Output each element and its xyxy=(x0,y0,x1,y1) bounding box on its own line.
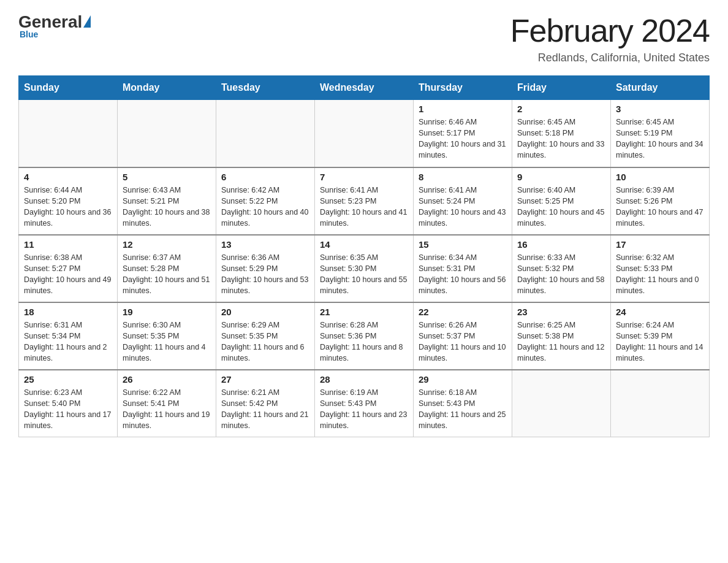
logo-triangle-icon xyxy=(83,15,91,28)
calendar-cell: 12Sunrise: 6:37 AMSunset: 5:28 PMDayligh… xyxy=(118,235,216,302)
day-header-friday: Friday xyxy=(512,76,611,100)
day-info: Sunrise: 6:28 AMSunset: 5:36 PMDaylight:… xyxy=(320,320,408,364)
day-number: 27 xyxy=(221,374,309,385)
day-info: Sunrise: 6:21 AMSunset: 5:42 PMDaylight:… xyxy=(221,387,309,432)
day-number: 28 xyxy=(320,374,408,385)
calendar-cell: 3Sunrise: 6:45 AMSunset: 5:19 PMDaylight… xyxy=(611,100,710,167)
day-info: Sunrise: 6:25 AMSunset: 5:38 PMDaylight:… xyxy=(517,320,605,364)
day-info: Sunrise: 6:45 AMSunset: 5:18 PMDaylight:… xyxy=(517,117,605,161)
calendar-cell xyxy=(315,100,414,167)
day-number: 12 xyxy=(123,239,211,250)
day-header-thursday: Thursday xyxy=(414,76,512,100)
day-number: 5 xyxy=(123,172,211,182)
calendar-cell: 17Sunrise: 6:32 AMSunset: 5:33 PMDayligh… xyxy=(611,235,710,302)
day-number: 24 xyxy=(616,307,704,317)
day-info: Sunrise: 6:45 AMSunset: 5:19 PMDaylight:… xyxy=(616,117,704,161)
day-number: 15 xyxy=(419,239,507,250)
day-info: Sunrise: 6:32 AMSunset: 5:33 PMDaylight:… xyxy=(616,252,704,297)
day-number: 6 xyxy=(221,172,309,182)
day-number: 4 xyxy=(24,172,112,182)
day-number: 20 xyxy=(221,307,309,317)
calendar-cell: 26Sunrise: 6:22 AMSunset: 5:41 PMDayligh… xyxy=(118,370,216,437)
day-info: Sunrise: 6:18 AMSunset: 5:43 PMDaylight:… xyxy=(419,387,507,432)
day-number: 29 xyxy=(419,374,507,385)
calendar-cell: 21Sunrise: 6:28 AMSunset: 5:36 PMDayligh… xyxy=(315,302,414,370)
week-row-2: 4Sunrise: 6:44 AMSunset: 5:20 PMDaylight… xyxy=(19,167,710,235)
calendar-cell: 2Sunrise: 6:45 AMSunset: 5:18 PMDaylight… xyxy=(512,100,611,167)
calendar-cell: 23Sunrise: 6:25 AMSunset: 5:38 PMDayligh… xyxy=(512,302,611,370)
month-title: February 2024 xyxy=(510,12,710,49)
day-number: 1 xyxy=(419,104,507,114)
day-info: Sunrise: 6:38 AMSunset: 5:27 PMDaylight:… xyxy=(24,252,112,297)
day-info: Sunrise: 6:37 AMSunset: 5:28 PMDaylight:… xyxy=(123,252,211,297)
days-header-row: SundayMondayTuesdayWednesdayThursdayFrid… xyxy=(19,76,710,100)
calendar-cell: 7Sunrise: 6:41 AMSunset: 5:23 PMDaylight… xyxy=(315,167,414,235)
day-info: Sunrise: 6:36 AMSunset: 5:29 PMDaylight:… xyxy=(221,252,309,297)
calendar-cell xyxy=(118,100,216,167)
day-number: 2 xyxy=(517,104,605,114)
day-number: 14 xyxy=(320,239,408,250)
calendar-cell: 29Sunrise: 6:18 AMSunset: 5:43 PMDayligh… xyxy=(414,370,512,437)
day-info: Sunrise: 6:33 AMSunset: 5:32 PMDaylight:… xyxy=(517,252,605,297)
week-row-4: 18Sunrise: 6:31 AMSunset: 5:34 PMDayligh… xyxy=(19,302,710,370)
day-header-tuesday: Tuesday xyxy=(216,76,315,100)
day-header-wednesday: Wednesday xyxy=(315,76,414,100)
day-info: Sunrise: 6:41 AMSunset: 5:24 PMDaylight:… xyxy=(419,185,507,229)
day-info: Sunrise: 6:44 AMSunset: 5:20 PMDaylight:… xyxy=(24,185,112,229)
calendar-cell: 16Sunrise: 6:33 AMSunset: 5:32 PMDayligh… xyxy=(512,235,611,302)
day-number: 3 xyxy=(616,104,704,114)
day-info: Sunrise: 6:23 AMSunset: 5:40 PMDaylight:… xyxy=(24,387,112,432)
day-info: Sunrise: 6:35 AMSunset: 5:30 PMDaylight:… xyxy=(320,252,408,297)
day-number: 8 xyxy=(419,172,507,182)
header: General Blue February 2024 Redlands, Cal… xyxy=(18,12,710,64)
day-info: Sunrise: 6:43 AMSunset: 5:21 PMDaylight:… xyxy=(123,185,211,229)
calendar-cell: 19Sunrise: 6:30 AMSunset: 5:35 PMDayligh… xyxy=(118,302,216,370)
day-number: 13 xyxy=(221,239,309,250)
day-header-saturday: Saturday xyxy=(611,76,710,100)
calendar-cell: 9Sunrise: 6:40 AMSunset: 5:25 PMDaylight… xyxy=(512,167,611,235)
day-number: 26 xyxy=(123,374,211,385)
location-subtitle: Redlands, California, United States xyxy=(510,52,710,64)
calendar-cell: 1Sunrise: 6:46 AMSunset: 5:17 PMDaylight… xyxy=(414,100,512,167)
calendar-cell: 27Sunrise: 6:21 AMSunset: 5:42 PMDayligh… xyxy=(216,370,315,437)
day-info: Sunrise: 6:26 AMSunset: 5:37 PMDaylight:… xyxy=(419,320,507,364)
calendar-cell xyxy=(611,370,710,437)
day-number: 7 xyxy=(320,172,408,182)
day-info: Sunrise: 6:41 AMSunset: 5:23 PMDaylight:… xyxy=(320,185,408,229)
logo-blue-text: Blue xyxy=(20,29,38,39)
calendar-cell: 13Sunrise: 6:36 AMSunset: 5:29 PMDayligh… xyxy=(216,235,315,302)
calendar-cell: 25Sunrise: 6:23 AMSunset: 5:40 PMDayligh… xyxy=(19,370,118,437)
day-header-sunday: Sunday xyxy=(19,76,118,100)
calendar-cell: 5Sunrise: 6:43 AMSunset: 5:21 PMDaylight… xyxy=(118,167,216,235)
day-info: Sunrise: 6:22 AMSunset: 5:41 PMDaylight:… xyxy=(123,387,211,432)
title-area: February 2024 Redlands, California, Unit… xyxy=(510,12,710,64)
calendar-cell: 4Sunrise: 6:44 AMSunset: 5:20 PMDaylight… xyxy=(19,167,118,235)
day-number: 23 xyxy=(517,307,605,317)
day-number: 22 xyxy=(419,307,507,317)
day-header-monday: Monday xyxy=(118,76,216,100)
day-number: 11 xyxy=(24,239,112,250)
day-info: Sunrise: 6:30 AMSunset: 5:35 PMDaylight:… xyxy=(123,320,211,364)
calendar-cell: 24Sunrise: 6:24 AMSunset: 5:39 PMDayligh… xyxy=(611,302,710,370)
day-info: Sunrise: 6:34 AMSunset: 5:31 PMDaylight:… xyxy=(419,252,507,297)
day-info: Sunrise: 6:31 AMSunset: 5:34 PMDaylight:… xyxy=(24,320,112,364)
day-number: 16 xyxy=(517,239,605,250)
calendar-cell: 15Sunrise: 6:34 AMSunset: 5:31 PMDayligh… xyxy=(414,235,512,302)
day-number: 18 xyxy=(24,307,112,317)
day-info: Sunrise: 6:40 AMSunset: 5:25 PMDaylight:… xyxy=(517,185,605,229)
calendar-cell: 10Sunrise: 6:39 AMSunset: 5:26 PMDayligh… xyxy=(611,167,710,235)
week-row-1: 1Sunrise: 6:46 AMSunset: 5:17 PMDaylight… xyxy=(19,100,710,167)
calendar-cell xyxy=(19,100,118,167)
day-number: 19 xyxy=(123,307,211,317)
day-info: Sunrise: 6:39 AMSunset: 5:26 PMDaylight:… xyxy=(616,185,704,229)
week-row-3: 11Sunrise: 6:38 AMSunset: 5:27 PMDayligh… xyxy=(19,235,710,302)
day-number: 21 xyxy=(320,307,408,317)
day-number: 10 xyxy=(616,172,704,182)
calendar-cell: 8Sunrise: 6:41 AMSunset: 5:24 PMDaylight… xyxy=(414,167,512,235)
calendar-cell: 11Sunrise: 6:38 AMSunset: 5:27 PMDayligh… xyxy=(19,235,118,302)
day-info: Sunrise: 6:46 AMSunset: 5:17 PMDaylight:… xyxy=(419,117,507,161)
day-number: 25 xyxy=(24,374,112,385)
day-number: 9 xyxy=(517,172,605,182)
calendar-cell xyxy=(512,370,611,437)
calendar-cell: 14Sunrise: 6:35 AMSunset: 5:30 PMDayligh… xyxy=(315,235,414,302)
